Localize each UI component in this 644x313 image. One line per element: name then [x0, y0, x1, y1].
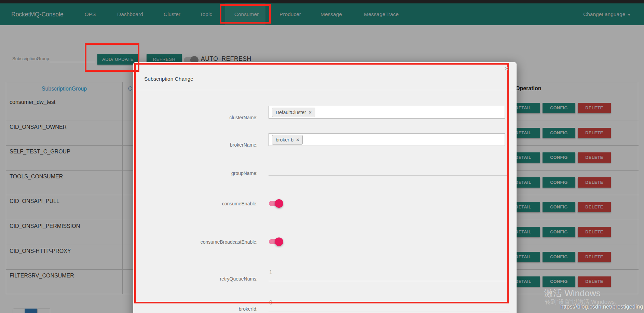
- broker-id-input[interactable]: [269, 312, 509, 312]
- group-name-input[interactable]: [269, 175, 509, 176]
- modal-header-divider: [133, 90, 517, 90]
- consume-enable-toggle[interactable]: [269, 201, 282, 206]
- consume-broadcast-enable-label: consumeBroadcastEnable:: [182, 239, 258, 245]
- modal-title: Subscription Change: [144, 76, 193, 82]
- consume-broadcast-enable-toggle-knob: [275, 237, 283, 246]
- remove-tag-icon[interactable]: ×: [296, 137, 299, 142]
- close-icon[interactable]: ×: [504, 64, 509, 73]
- cluster-name-tag: DefaultCluster×: [272, 108, 315, 117]
- retry-queue-nums-label: retryQueueNums:: [182, 276, 258, 282]
- consume-broadcast-enable-toggle[interactable]: [269, 239, 282, 244]
- broker-id-label: brokerId:: [182, 306, 258, 312]
- broker-id-value: 0: [269, 300, 272, 306]
- cluster-name-label: clusterName:: [182, 115, 258, 120]
- cluster-name-tag-text: DefaultCluster: [276, 110, 306, 115]
- retry-queue-nums-input[interactable]: [269, 281, 509, 281]
- broker-name-label: brokerName:: [182, 142, 258, 148]
- consume-enable-label: consumeEnable:: [182, 201, 258, 206]
- consume-enable-toggle-knob: [275, 199, 283, 208]
- red-annotation-modal-box: [134, 63, 509, 303]
- rocketmq-console-screen: RocketMQ-Console OPS Dashboard Cluster T…: [0, 0, 644, 313]
- cluster-name-multiselect[interactable]: DefaultCluster×: [269, 106, 505, 119]
- subscription-change-modal: × Subscription Change clusterName: Defau…: [133, 62, 517, 313]
- remove-tag-icon[interactable]: ×: [309, 110, 312, 115]
- group-name-label: groupName:: [182, 171, 258, 176]
- broker-name-tag-text: broker-b: [276, 137, 293, 142]
- broker-name-tag: broker-b×: [272, 135, 303, 145]
- retry-queue-nums-value: 1: [269, 269, 272, 275]
- broker-name-multiselect[interactable]: broker-b×: [269, 133, 505, 146]
